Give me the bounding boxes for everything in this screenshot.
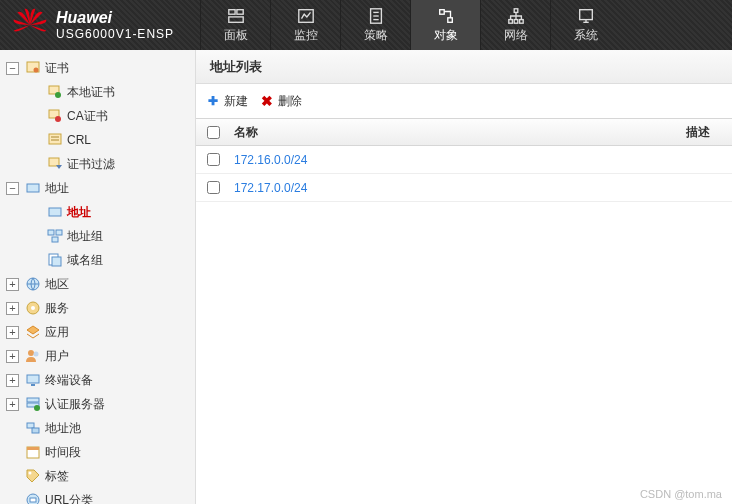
tree-auth[interactable]: +认证服务器 [0,392,195,416]
table-header: 名称 描述 [196,118,732,146]
tree-cert-local[interactable]: 本地证书 [0,80,195,104]
svg-point-36 [31,306,35,310]
table-row: 172.16.0.0/24 [196,146,732,174]
svg-rect-50 [30,498,36,502]
address-icon [47,204,63,220]
dashboard-icon [226,7,246,25]
svg-point-18 [34,68,39,73]
expand-icon[interactable]: + [6,326,19,339]
nav-system[interactable]: 系统 [550,0,620,50]
svg-rect-8 [439,9,444,14]
svg-point-38 [34,352,39,357]
nav-monitor[interactable]: 监控 [270,0,340,50]
auth-server-icon [25,396,41,412]
network-icon [506,7,526,25]
svg-rect-1 [236,9,242,14]
tree-url[interactable]: URL分类 [0,488,195,504]
time-icon [25,444,41,460]
brand-text: Huawei USG6000V1-ENSP [56,9,174,41]
tree-cert-ca[interactable]: CA证书 [0,104,195,128]
svg-point-22 [55,116,61,122]
svg-rect-29 [48,230,54,235]
tree-service[interactable]: +服务 [0,296,195,320]
pool-icon [25,420,41,436]
cert-local-icon [47,84,63,100]
cert-ca-icon [47,108,63,124]
svg-rect-14 [579,9,592,19]
nav-dashboard[interactable]: 面板 [200,0,270,50]
expand-icon[interactable]: + [6,398,19,411]
row-checkbox[interactable] [207,181,220,194]
huawei-logo-icon [12,7,48,43]
expand-icon[interactable]: + [6,350,19,363]
svg-rect-30 [56,230,62,235]
svg-rect-41 [27,398,39,402]
tree-time[interactable]: 时间段 [0,440,195,464]
plus-icon: ✚ [206,94,220,108]
sidebar-tree: −证书 本地证书 CA证书 CRL 证书过滤 −地址 地址 地址组 域名组 +地… [0,50,196,504]
svg-rect-13 [519,19,523,23]
nav-policy[interactable]: 策略 [340,0,410,50]
collapse-icon[interactable]: − [6,182,19,195]
svg-rect-26 [49,158,59,166]
svg-rect-12 [514,19,518,23]
svg-rect-10 [514,8,518,12]
svg-rect-40 [31,384,35,386]
user-icon [25,348,41,364]
svg-point-48 [29,472,32,475]
tree-addr-address[interactable]: 地址 [0,200,195,224]
table-row: 172.17.0.0/24 [196,174,732,202]
monitor-icon [296,7,316,25]
svg-point-37 [28,350,34,356]
tree-addr-domain[interactable]: 域名组 [0,248,195,272]
tree-addr-group[interactable]: 地址组 [0,224,195,248]
tree-pool[interactable]: 地址池 [0,416,195,440]
svg-rect-28 [49,208,61,216]
system-icon [576,7,596,25]
row-name-link[interactable]: 172.16.0.0/24 [230,153,686,167]
expand-icon[interactable]: + [6,302,19,315]
row-name-link[interactable]: 172.17.0.0/24 [230,181,686,195]
nav-object[interactable]: 对象 [410,0,480,50]
brand-area: Huawei USG6000V1-ENSP [0,7,200,43]
addr-group-icon [47,228,63,244]
url-icon [25,492,41,504]
top-nav: 面板 监控 策略 对象 网络 系统 [200,0,620,50]
tree-cert[interactable]: −证书 [0,56,195,80]
col-name: 名称 [230,124,686,141]
tree-app[interactable]: +应用 [0,320,195,344]
nav-network[interactable]: 网络 [480,0,550,50]
svg-rect-0 [228,9,234,14]
domain-group-icon [47,252,63,268]
tree-cert-filter[interactable]: 证书过滤 [0,152,195,176]
expand-icon[interactable]: + [6,374,19,387]
collapse-icon[interactable]: − [6,62,19,75]
delete-button[interactable]: ✖删除 [260,93,302,110]
cert-crl-icon [47,132,63,148]
svg-rect-23 [49,134,61,144]
cert-filter-icon [47,156,63,172]
brand-model: USG6000V1-ENSP [56,27,174,41]
svg-rect-47 [27,447,39,450]
add-button[interactable]: ✚新建 [206,93,248,110]
expand-icon[interactable]: + [6,278,19,291]
svg-rect-11 [508,19,512,23]
service-icon [25,300,41,316]
addr-icon [25,180,41,196]
tree-addr[interactable]: −地址 [0,176,195,200]
main-panel: 地址列表 ✚新建 ✖删除 名称 描述 172.16.0.0/24 172.17.… [196,50,732,504]
svg-rect-2 [228,16,242,21]
select-all-checkbox[interactable] [207,126,220,139]
tree-user[interactable]: +用户 [0,344,195,368]
watermark: CSDN @tom.ma [640,488,722,500]
svg-rect-44 [27,423,34,428]
tree-terminal[interactable]: +终端设备 [0,368,195,392]
policy-icon [366,7,386,25]
cert-icon [25,60,41,76]
tree-region[interactable]: +地区 [0,272,195,296]
svg-rect-45 [32,428,39,433]
row-checkbox[interactable] [207,153,220,166]
tree-tag[interactable]: 标签 [0,464,195,488]
panel-title: 地址列表 [196,50,732,84]
tree-cert-crl[interactable]: CRL [0,128,195,152]
